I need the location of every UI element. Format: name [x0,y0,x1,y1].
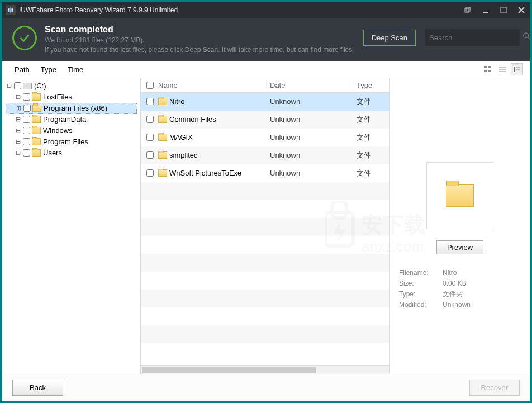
row-checkbox[interactable] [146,116,154,123]
expand-icon[interactable]: ⊞ [15,149,21,157]
empty-row [141,325,390,343]
empty-row [141,182,390,200]
tree-item[interactable]: ⊞Program Files [6,136,137,148]
tree-item-label: Program Files (x86) [44,104,107,112]
file-list-panel: Name Date Type NitroUnknown文件Common File… [141,78,390,374]
success-check-icon [12,26,37,50]
col-name-header[interactable]: Name [141,81,267,89]
empty-row [141,307,390,325]
view-details-icon[interactable] [511,63,523,75]
tree-checkbox[interactable] [23,138,30,145]
tab-path[interactable]: Path [9,62,35,77]
file-name: MAGIX [169,133,193,141]
restore-icon[interactable] [463,5,473,15]
row-checkbox[interactable] [146,151,154,159]
status-subtitle-2: If you have not found the lost files, pl… [45,45,363,55]
horizontal-scrollbar[interactable] [141,365,390,374]
view-list-icon[interactable] [496,63,509,75]
tree-root-label: (C:) [34,82,46,90]
folder-icon [158,134,167,141]
tree-checkbox[interactable] [23,93,30,101]
tree-checkbox[interactable] [23,149,30,157]
view-toolbar: Path Type Time [2,61,530,78]
tree-checkbox[interactable] [23,105,31,112]
drive-icon [23,83,32,89]
folder-tree[interactable]: ⊟ (C:) ⊞LostFiles⊞Program Files (x86)⊞Pr… [2,78,141,374]
search-box[interactable] [425,29,520,46]
expand-icon[interactable]: ⊞ [15,138,21,145]
folder-icon [158,116,167,123]
empty-row [141,254,390,272]
folder-icon [32,138,41,145]
maximize-icon[interactable] [498,5,509,15]
col-date-header[interactable]: Date [267,81,353,89]
file-name: WnSoft PicturesToExe [169,169,241,177]
tab-time[interactable]: Time [62,62,89,77]
search-input[interactable] [429,34,523,42]
row-checkbox[interactable] [146,169,154,177]
svg-rect-12 [488,70,491,72]
tree-root[interactable]: ⊟ (C:) [6,80,137,92]
minimize-icon[interactable] [481,5,491,15]
expand-icon[interactable]: ⊞ [15,127,21,134]
titlebar: IUWEshare Photo Recovery Wizard 7.9.9.9 … [2,2,530,18]
folder-icon [32,116,41,123]
tab-type[interactable]: Type [35,62,62,77]
file-date: Unknown [267,133,353,141]
file-date: Unknown [267,151,353,159]
meta-modified-val: Unknown [443,300,471,310]
preview-panel: Preview Filename:Nitro Size:0.00 KB Type… [390,78,530,374]
file-list[interactable]: NitroUnknown文件Common FilesUnknown文件MAGIX… [141,93,390,365]
search-icon[interactable] [523,32,531,42]
file-row[interactable]: simplitecUnknown文件 [141,146,390,164]
expand-icon[interactable]: ⊞ [15,105,22,112]
tree-item[interactable]: ⊞LostFiles [6,92,137,103]
tree-checkbox[interactable] [23,116,30,123]
collapse-icon[interactable]: ⊟ [6,82,12,89]
tree-item[interactable]: ⊞ProgramData [6,114,137,125]
app-window: IUWEshare Photo Recovery Wizard 7.9.9.9 … [2,2,530,401]
svg-rect-11 [484,70,487,72]
view-grid-icon[interactable] [482,63,494,75]
col-type-header[interactable]: Type [353,81,390,89]
preview-thumbnail [426,162,493,229]
row-checkbox[interactable] [146,134,154,141]
empty-row [141,272,390,290]
tree-checkbox[interactable] [14,82,21,89]
tree-item-label: Users [43,149,62,157]
expand-icon[interactable]: ⊞ [15,93,21,101]
file-row[interactable]: WnSoft PicturesToExeUnknown文件 [141,164,390,182]
file-row[interactable]: MAGIXUnknown文件 [141,129,390,146]
svg-rect-4 [501,7,506,13]
select-all-checkbox[interactable] [146,82,154,89]
close-icon[interactable] [516,5,526,15]
recover-button[interactable]: Recover [469,380,520,396]
window-title: IUWEshare Photo Recovery Wizard 7.9.9.9 … [19,6,463,14]
tree-item[interactable]: ⊞Windows [6,125,137,136]
footer: Back Recover [2,374,530,401]
body-area: ⊟ (C:) ⊞LostFiles⊞Program Files (x86)⊞Pr… [2,78,530,374]
tree-item-label: ProgramData [43,115,86,124]
meta-size-val: 0.00 KB [443,278,467,289]
file-row[interactable]: Common FilesUnknown文件 [141,111,390,129]
meta-filename-val: Nitro [443,268,457,278]
tree-item-label: Windows [43,126,73,135]
tree-checkbox[interactable] [23,127,30,134]
back-button[interactable]: Back [12,380,63,396]
row-checkbox[interactable] [146,98,154,105]
svg-rect-10 [488,66,491,68]
tree-item-label: Program Files [43,138,88,146]
preview-button[interactable]: Preview [436,240,483,254]
scrollbar-thumb[interactable] [142,367,316,373]
tree-item[interactable]: ⊞Users [6,148,137,159]
tree-item[interactable]: ⊞Program Files (x86) [6,103,137,114]
deep-scan-button[interactable]: Deep Scan [363,30,416,46]
file-date: Unknown [267,169,353,177]
file-row[interactable]: NitroUnknown文件 [141,93,390,111]
meta-size-label: Size: [399,278,443,289]
folder-icon [32,127,41,134]
empty-row [141,236,390,254]
file-date: Unknown [267,97,353,106]
folder-icon [158,98,167,105]
expand-icon[interactable]: ⊞ [15,116,21,123]
